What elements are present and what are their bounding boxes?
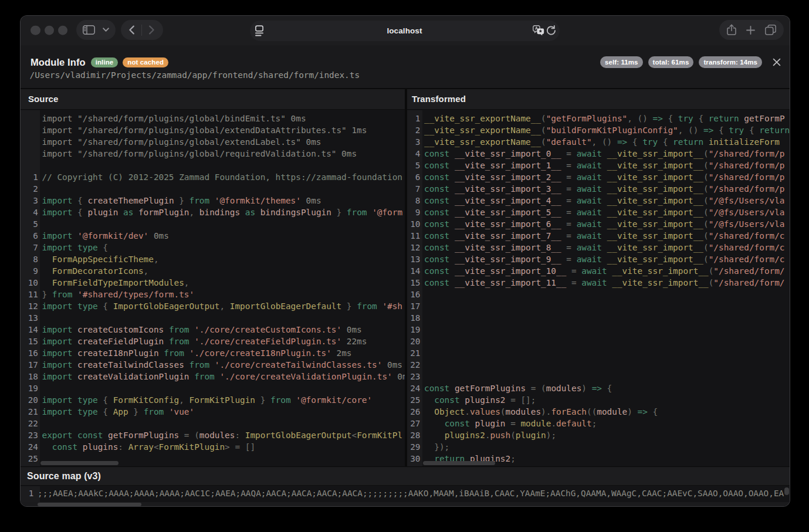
code-line: 24 const plugins: Array<FormKitPlugin> =… [21, 441, 405, 453]
code-line: 28 plugins2.push(plugin); [407, 429, 790, 441]
code-line: 16 [407, 289, 790, 300]
sourcemap-hscrollbar-track [21, 502, 790, 506]
source-hscrollbar-thumb[interactable] [40, 461, 119, 465]
code-line: import "/shared/form/plugins/global/bind… [21, 113, 405, 124]
line-number: 2 [21, 183, 40, 195]
transformed-hscrollbar-thumb[interactable] [423, 461, 495, 465]
code-line: 26 Object.values(modules).forEach((modul… [407, 406, 790, 418]
toolbar-actions [719, 20, 784, 40]
line-number: 13 [407, 253, 422, 265]
page-title: Module Info [31, 57, 86, 68]
close-module-info-button[interactable] [773, 58, 781, 66]
line-number [21, 160, 40, 171]
transformed-panel-title: Transformed [407, 89, 790, 110]
code-line: 19 [407, 324, 790, 336]
code-line: 13const __vite_ssr_import_9__ = await __… [407, 253, 790, 265]
line-number: 17 [21, 359, 40, 371]
share-icon [727, 24, 736, 36]
code-line: 24const getFormPlugins = (modules) => { [407, 382, 790, 394]
source-code-scroll[interactable]: import "/shared/form/plugins/global/bind… [21, 110, 405, 466]
code-line: 22 [407, 359, 790, 371]
tab-overview-button[interactable] [765, 25, 776, 35]
module-info-header: Module Info inline not cached self: 11ms… [21, 45, 790, 88]
nav-separator [141, 25, 143, 36]
line-number: 16 [407, 289, 422, 300]
line-number: 5 [407, 160, 422, 171]
code-line: 9const __vite_ssr_import_5__ = await __v… [407, 206, 790, 218]
code-line: 20 [407, 336, 790, 347]
code-line: 3import { createThemePlugin } from '@for… [21, 195, 405, 206]
code-line: 18 [407, 312, 790, 324]
line-number: 20 [407, 336, 422, 347]
sourcemap-code: 1;;;AAEA;AAAkC;AAAA;AAAA;AAAA;AAC1C;AAEA… [21, 486, 790, 499]
line-number: 24 [21, 441, 40, 453]
back-button[interactable] [128, 25, 135, 35]
line-number: 12 [21, 300, 40, 312]
transformed-panel: Transformed 1__vite_ssr_exportName__("ge… [407, 89, 790, 467]
code-line: 1__vite_ssr_exportName__("getFormPlugins… [407, 113, 790, 124]
line-number: 4 [21, 206, 40, 218]
code-line: 2__vite_ssr_exportName__("buildFormKitPl… [407, 124, 790, 136]
code-line: 21import type { App } from 'vue' [21, 406, 405, 418]
code-line: 25 const plugins2 = []; [407, 394, 790, 406]
transformed-code-scroll[interactable]: 1__vite_ssr_exportName__("getFormPlugins… [407, 110, 790, 466]
reload-button[interactable] [546, 25, 556, 36]
forward-button[interactable] [148, 25, 155, 35]
badge-inline: inline [91, 57, 119, 67]
code-line: 20import type { FormKitConfig, FormKitPl… [21, 394, 405, 406]
timing-total-badge: total: 61ms [648, 56, 694, 68]
chevron-left-icon [128, 25, 135, 35]
code-line: 18import createValidationPlugin from './… [21, 371, 405, 382]
line-number: 3 [21, 195, 40, 206]
source-panel: Source import "/shared/form/plugins/glob… [21, 89, 405, 467]
code-line: 12import type { ImportGlobEagerOutput, I… [21, 300, 405, 312]
close-icon [773, 58, 781, 66]
sidebar-toggle-group[interactable] [76, 20, 116, 40]
line-number: 30 [407, 453, 422, 465]
code-line: 7import type { [21, 242, 405, 253]
new-tab-button[interactable] [746, 26, 755, 35]
browser-window: localhost Module Info inline not cached … [21, 16, 790, 506]
line-number: 4 [407, 148, 422, 160]
line-number: 26 [407, 406, 422, 418]
code-line: 4import { plugin as formPlugin, bindings… [21, 206, 405, 218]
code-line: 23 [407, 371, 790, 382]
line-number: 11 [21, 289, 40, 300]
code-line: 17import createTailwindClasses from './c… [21, 359, 405, 371]
code-line: 21 [407, 347, 790, 359]
module-path: /Users/vladimir/Projects/zammad/app/fron… [30, 70, 360, 80]
line-number: 23 [21, 429, 40, 441]
code-line: 15const __vite_ssr_import_11__ = await _… [407, 277, 790, 289]
line-number: 28 [407, 429, 422, 441]
code-line: 10const __vite_ssr_import_6__ = await __… [407, 218, 790, 230]
sourcemap-section: Source map (v3) 1;;;AAEA;AAAkC;AAAA;AAAA… [21, 467, 790, 506]
sourcemap-hscrollbar-thumb[interactable] [38, 503, 141, 506]
code-line [21, 160, 405, 171]
line-number: 21 [21, 406, 40, 418]
code-line: 22 [21, 418, 405, 429]
line-number: 1 [21, 171, 40, 183]
plus-icon [746, 26, 755, 35]
line-number: 1 [407, 113, 422, 124]
line-number: 10 [21, 277, 40, 289]
share-button[interactable] [727, 24, 736, 36]
line-number: 8 [21, 253, 40, 265]
line-number [21, 124, 40, 136]
translate-button[interactable] [533, 25, 544, 37]
code-line: 10 FormFieldTypeImportModules, [21, 277, 405, 289]
timing-transform-badge: transform: 14ms [699, 56, 762, 68]
code-line: 23export const getFormPlugins = (modules… [21, 429, 405, 441]
chevron-right-icon [148, 25, 155, 35]
line-number: 19 [407, 324, 422, 336]
address-bar[interactable]: localhost [250, 21, 560, 41]
line-number: 25 [407, 394, 422, 406]
traffic-light-zoom-button[interactable] [58, 25, 68, 35]
code-line: 11const __vite_ssr_import_7__ = await __… [407, 230, 790, 242]
sourcemap-vscrollbar-thumb[interactable] [784, 487, 789, 495]
sourcemap-code-scroll[interactable]: 1;;;AAEA;AAAkC;AAAA;AAAA;AAAA;AAC1C;AAEA… [21, 486, 790, 506]
traffic-light-minimize-button[interactable] [45, 25, 55, 35]
line-number: 18 [21, 371, 40, 382]
code-line: 1;;;AAEA;AAAkC;AAAA;AAAA;AAAA;AAC1C;AAEA… [21, 487, 790, 499]
code-line: 1// Copyright (C) 2012-2025 Zammad Found… [21, 171, 405, 183]
traffic-light-close-button[interactable] [31, 25, 40, 35]
